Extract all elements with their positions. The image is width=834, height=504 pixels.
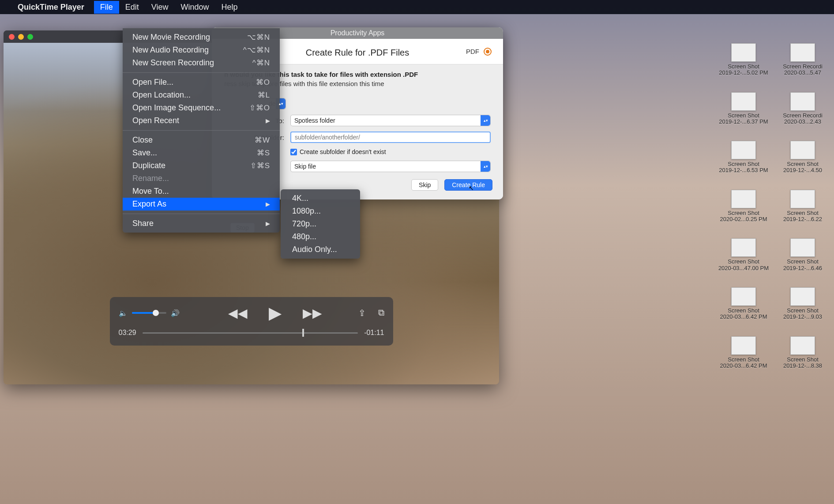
- menu-item-export-as[interactable]: Export As▶: [123, 198, 280, 211]
- remaining-time: -01:11: [364, 329, 384, 337]
- menu-item-open-image-sequence[interactable]: Open Image Sequence...⇧⌘O: [123, 102, 280, 114]
- desktop-file[interactable]: Screen Shot2019-12-...5.02 PM: [715, 43, 772, 76]
- desktop-file[interactable]: Screen Shot2020-02...0.25 PM: [715, 190, 772, 223]
- file-thumbnail-icon: [731, 238, 756, 257]
- export-option-4k[interactable]: 4K...: [281, 192, 360, 205]
- menu-item-open-file[interactable]: Open File...⌘O: [123, 76, 280, 89]
- file-thumbnail-icon: [731, 336, 756, 355]
- file-thumbnail-icon: [731, 190, 756, 208]
- file-thumbnail-icon: [790, 336, 815, 355]
- file-thumbnail-icon: [790, 238, 815, 257]
- volume-low-icon[interactable]: 🔈: [119, 309, 128, 317]
- zoom-icon[interactable]: [27, 34, 33, 40]
- file-label: Screen Shot2019-12-...4.50: [775, 161, 830, 174]
- file-label: Screen Shot2020-03...47.00 PM: [716, 259, 771, 271]
- desktop-file[interactable]: Screen Shot2020-03...6.42 PM: [715, 287, 772, 320]
- current-time: 03:29: [119, 329, 136, 337]
- file-thumbnail-icon: [731, 92, 756, 111]
- menu-item-new-screen-recording[interactable]: New Screen Recording^⌘N: [123, 56, 280, 69]
- desktop-file[interactable]: Screen Recordi2020-03...2.43: [774, 92, 831, 125]
- to-select[interactable]: Spotless folder▴▾: [290, 115, 491, 126]
- desktop-file[interactable]: Screen Shot2019-12-...4.50: [774, 141, 831, 174]
- file-thumbnail-icon: [790, 287, 815, 306]
- file-label: Screen Shot2019-12-...6.22: [775, 210, 830, 223]
- timeline-scrubber[interactable]: [143, 332, 358, 334]
- create-subfolder-checkbox[interactable]: [290, 149, 297, 155]
- skip-select[interactable]: Skip file▴▾: [290, 161, 491, 172]
- desktop-icons: Screen Shot2019-12-...5.02 PMScreen Reco…: [715, 43, 831, 369]
- file-label: Screen Shot2019-12-...6.37 PM: [716, 113, 771, 125]
- chevron-right-icon: ▶: [266, 201, 270, 207]
- create-rule-button[interactable]: Create Rule ↖: [444, 179, 492, 191]
- create-subfolder-row: Create subfolder if doesn't exist: [290, 148, 491, 155]
- app-name[interactable]: QuickTime Player: [18, 3, 84, 12]
- menu-item-duplicate[interactable]: Duplicate⇧⌘S: [123, 159, 280, 172]
- file-label: Screen Shot2020-03...6.42 PM: [716, 308, 771, 320]
- desktop-file[interactable]: Screen Shot2020-03...47.00 PM: [715, 238, 772, 271]
- menu-item-open-location[interactable]: Open Location...⌘L: [123, 89, 280, 102]
- file-menu-dropdown: New Movie Recording⌥⌘NNew Audio Recordin…: [123, 28, 280, 233]
- cursor-icon: ↖: [469, 184, 474, 192]
- minimize-icon[interactable]: [18, 34, 24, 40]
- file-label: Screen Shot2019-12-...6.46: [775, 259, 830, 271]
- menu-item-close[interactable]: Close⌘W: [123, 134, 280, 147]
- file-label: Screen Shot2020-02...0.25 PM: [716, 210, 771, 223]
- file-thumbnail-icon: [790, 92, 815, 111]
- desktop-file[interactable]: Screen Shot2019-12-...6.53 PM: [715, 141, 772, 174]
- desktop: 🔈 🔊 ◀◀ ▶ ▶▶ ⇪ ⧉: [0, 14, 834, 504]
- menu-edit[interactable]: Edit: [119, 1, 145, 14]
- skip-button[interactable]: Skip: [411, 179, 438, 191]
- menu-item-rename: Rename...: [123, 172, 280, 185]
- play-button[interactable]: ▶: [269, 303, 282, 323]
- volume-high-icon[interactable]: 🔊: [171, 309, 180, 317]
- menu-view[interactable]: View: [145, 1, 175, 14]
- desktop-file[interactable]: Screen Shot2019-12-...6.37 PM: [715, 92, 772, 125]
- menu-item-new-movie-recording[interactable]: New Movie Recording⌥⌘N: [123, 31, 280, 44]
- menu-help[interactable]: Help: [215, 1, 244, 14]
- file-thumbnail-icon: [790, 190, 815, 208]
- create-subfolder-label: Create subfolder if doesn't exist: [300, 148, 386, 155]
- file-label: Screen Recordi2020-03...2.43: [775, 113, 830, 125]
- export-option-audio-only[interactable]: Audio Only...: [281, 243, 360, 256]
- menubar: QuickTime Player File Edit View Window H…: [0, 0, 834, 14]
- close-icon[interactable]: [9, 34, 15, 40]
- file-label: Screen Shot2019-12-...9.03: [775, 308, 830, 320]
- pip-icon[interactable]: ⧉: [378, 308, 384, 318]
- volume-control[interactable]: 🔈 🔊: [119, 309, 180, 317]
- desktop-file[interactable]: Screen Shot2019-12-...6.22: [774, 190, 831, 223]
- file-thumbnail-icon: [731, 43, 756, 62]
- file-thumbnail-icon: [731, 141, 756, 159]
- subfolder-input[interactable]: [290, 132, 491, 143]
- menu-item-move-to[interactable]: Move To...: [123, 185, 280, 198]
- file-label: Screen Shot2020-03...6.42 PM: [716, 357, 771, 369]
- target-icon: [484, 48, 492, 56]
- menu-item-share[interactable]: Share▶: [123, 217, 280, 230]
- file-thumbnail-icon: [790, 43, 815, 62]
- chevron-right-icon: ▶: [266, 220, 270, 227]
- export-option-1080p[interactable]: 1080p...: [281, 205, 360, 218]
- file-label: Screen Shot2019-12-...6.53 PM: [716, 161, 771, 174]
- share-icon[interactable]: ⇪: [358, 308, 366, 318]
- chevron-right-icon: ▶: [266, 117, 270, 124]
- desktop-file[interactable]: Screen Shot2019-12-...6.46: [774, 238, 831, 271]
- export-option-480p[interactable]: 480p...: [281, 230, 360, 243]
- file-thumbnail-icon: [731, 287, 756, 306]
- pdf-badge: PDF: [466, 48, 492, 56]
- file-thumbnail-icon: [790, 141, 815, 159]
- menu-item-open-recent[interactable]: Open Recent▶: [123, 114, 280, 127]
- menu-file[interactable]: File: [94, 1, 119, 14]
- desktop-file[interactable]: Screen Shot2020-03...6.42 PM: [715, 336, 772, 369]
- export-option-720p[interactable]: 720p...: [281, 218, 360, 230]
- file-label: Screen Shot2019-12-...5.02 PM: [716, 64, 771, 76]
- file-label: Screen Shot2019-12-...8.38: [775, 357, 830, 369]
- menu-item-save[interactable]: Save...⌘S: [123, 147, 280, 159]
- menu-window[interactable]: Window: [175, 1, 215, 14]
- desktop-file[interactable]: Screen Shot2019-12-...9.03: [774, 287, 831, 320]
- dialog-title: Create Rule for .PDF Files: [306, 48, 409, 57]
- forward-button[interactable]: ▶▶: [303, 306, 322, 320]
- menu-item-new-audio-recording[interactable]: New Audio Recording^⌥⌘N: [123, 44, 280, 56]
- volume-slider[interactable]: [132, 312, 166, 314]
- desktop-file[interactable]: Screen Recordi2020-03...5.47: [774, 43, 831, 76]
- desktop-file[interactable]: Screen Shot2019-12-...8.38: [774, 336, 831, 369]
- rewind-button[interactable]: ◀◀: [228, 306, 248, 320]
